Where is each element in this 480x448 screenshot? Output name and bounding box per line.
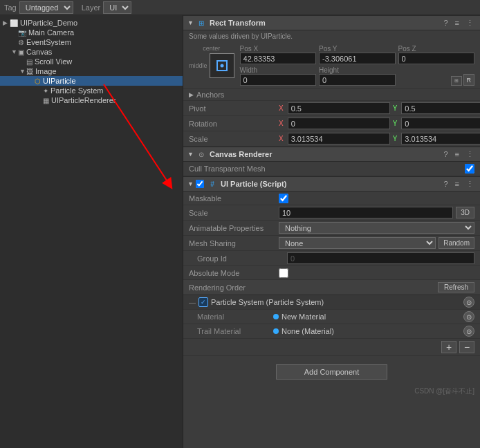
anchors-arrow[interactable]: ▶ [189,91,194,98]
particle-system-row: — ✓ Particle System (Particle System) ⊙ [183,295,480,310]
trail-material-row: Trail Material None (Material) ⊙ [183,324,480,339]
mesh-sharing-select[interactable]: None [279,237,436,249]
hier-arrow: ▼ [11,48,18,55]
anchors-row[interactable]: ▶ Anchors [183,89,480,101]
reset-btn[interactable]: R [463,74,475,86]
particle-system-circle-btn[interactable]: ⊙ [463,297,474,308]
ui-particle-enabled-checkbox[interactable] [196,180,204,188]
rotation-row: Rotation X Y Z [183,116,480,131]
constrain-icon[interactable]: ⊞ [451,76,462,86]
inspector-panel: ▼ ⊞ Rect Transform ? ≡ ⋮ Some values dri… [183,15,480,448]
pivot-x-input[interactable] [288,102,390,114]
rect-transform-help-btn[interactable]: ? [441,18,450,28]
rect-transform-info: Some values driven by UIParticle. [183,30,480,42]
rotation-label: Rotation [189,120,279,128]
pos-x-input[interactable] [240,53,317,64]
canvas-renderer-header: ▼ ⊙ Canvas Renderer ? ≡ ⋮ [183,147,480,162]
particle-icon: ⬡ [35,77,41,85]
group-id-input[interactable] [287,252,474,264]
material-circle-btn[interactable]: ⊙ [463,311,474,322]
pos-z-input[interactable] [398,53,475,64]
add-component-bar: Add Component [183,359,480,385]
ui-particle-icon: # [207,178,218,189]
layer-select[interactable]: UI [103,1,131,14]
ui-particle-arrow[interactable]: ▼ [187,180,194,187]
maskable-checkbox[interactable] [279,194,288,203]
scale-label: Scale [189,135,279,143]
pos-x-label: Pos X [240,45,317,53]
rect-transform-settings-btn[interactable]: ≡ [453,18,461,28]
ps-icon: ✦ [43,87,48,95]
height-label: Height [319,66,396,74]
cull-row: Cull Transparent Mesh [183,162,480,176]
pos-y-input[interactable] [319,53,396,64]
scale-script-row: Scale 3D [183,205,480,221]
scale-x-input[interactable] [288,133,390,144]
watermark: CSDN @[奋斗不止] [183,385,480,398]
cull-label: Cull Transparent Mesh [189,165,459,173]
hier-item-scroll-view[interactable]: ▤ Scroll View [0,57,183,66]
pos-y-label: Pos Y [319,45,396,53]
middle-label: middle [189,62,207,69]
pivot-y-input[interactable] [401,102,480,114]
random-button[interactable]: Random [439,237,474,249]
top-bar: Tag Untagged Layer UI [0,0,480,15]
pivot-row: Pivot X Y [183,101,480,116]
material-value: New Material [273,312,463,321]
hier-item-canvas[interactable]: ▼ ▣ Canvas [0,47,183,57]
tag-select[interactable]: Untagged [19,1,73,14]
ui-particle-settings-btn[interactable]: ≡ [453,179,461,189]
absolute-mode-label: Absolute Mode [189,269,279,277]
canvas-renderer-icon: ⊙ [196,149,207,160]
ps-checkbox[interactable]: ✓ [199,297,208,307]
rot-x-input[interactable] [288,118,390,129]
refresh-button[interactable]: Refresh [438,282,474,292]
scale-script-input[interactable] [279,207,453,218]
canvas-renderer-more-btn[interactable]: ⋮ [464,149,476,160]
dash-icon: — [189,299,196,306]
remove-item-button[interactable]: − [459,341,474,353]
hier-item-uiparticle[interactable]: ⬡ UIParticle [0,76,183,86]
hier-item-main-camera[interactable]: 📷 Main Camera [0,28,183,37]
height-input[interactable] [319,74,396,86]
add-item-button[interactable]: + [441,341,456,353]
hier-item-renderer[interactable]: ▦ UIParticleRenderer [0,95,183,105]
hier-item-particle-system[interactable]: ✦ Particle System [0,86,183,95]
canvas-renderer-arrow[interactable]: ▼ [187,151,194,158]
hier-label: EventSystem [26,38,71,46]
material-dot [273,314,279,319]
width-input[interactable] [240,74,317,86]
hier-label: UIParticle [43,77,76,85]
rot-y-input[interactable] [401,118,480,129]
center-label: center [203,45,220,52]
hier-label: Canvas [26,48,52,56]
canvas-renderer-title: Canvas Renderer [210,150,441,158]
scale-y-input[interactable] [401,133,480,144]
3d-button[interactable]: 3D [456,207,474,218]
hier-item-image[interactable]: ▼ 🖼 Image [0,66,183,76]
rect-diagram [210,53,234,78]
absolute-mode-checkbox[interactable] [279,268,288,278]
trail-material-value: None (Material) [273,327,463,335]
hier-label: UIParticle_Demo [20,19,77,27]
cull-checkbox[interactable] [465,164,474,174]
ui-particle-help-btn[interactable]: ? [441,179,450,189]
rect-transform-arrow[interactable]: ▼ [187,19,194,26]
anchors-label: Anchors [196,91,224,99]
mesh-sharing-label: Mesh Sharing [189,239,279,248]
hier-item-event-system[interactable]: ⚙ EventSystem [0,37,183,47]
canvas-renderer-settings-btn[interactable]: ≡ [453,149,461,159]
group-id-label: Group Id [197,254,287,263]
ui-particle-more-btn[interactable]: ⋮ [464,179,476,189]
hier-label: Main Camera [28,28,74,37]
trail-material-label: Trail Material [197,327,273,335]
mesh-sharing-row: Mesh Sharing None Random [183,236,480,251]
canvas-renderer-help-btn[interactable]: ? [441,149,450,159]
rect-transform-more-btn[interactable]: ⋮ [464,18,476,28]
add-component-button[interactable]: Add Component [276,364,388,380]
hier-item-uiparticle-demo[interactable]: ▶ ⬜ UIParticle_Demo [0,18,183,28]
anim-props-select[interactable]: Nothing [279,222,474,234]
rendering-order-label: Rendering Order [189,283,438,292]
scroll-icon: ▤ [26,58,33,66]
trail-material-circle-btn[interactable]: ⊙ [463,326,474,337]
